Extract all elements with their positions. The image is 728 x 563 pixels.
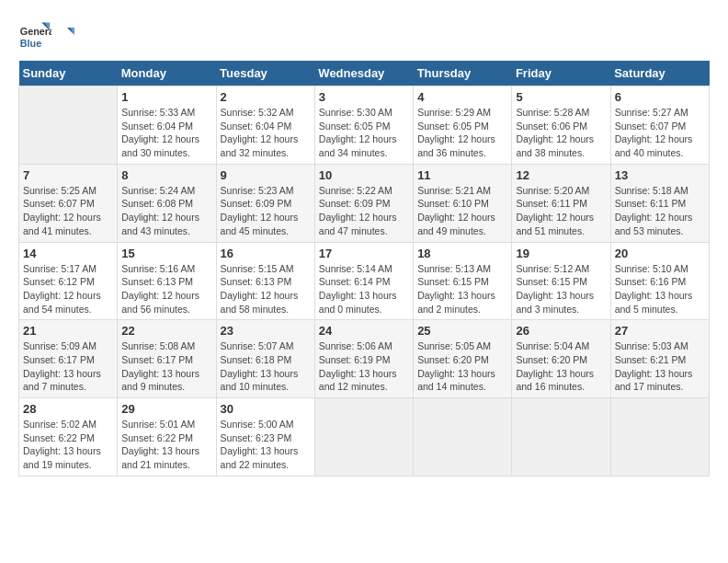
week-row-1: 7Sunrise: 5:25 AMSunset: 6:07 PMDaylight… <box>19 164 710 242</box>
day-number: 25 <box>417 324 507 338</box>
weekday-header-tuesday: Tuesday <box>216 61 314 86</box>
day-cell: 25Sunrise: 5:05 AMSunset: 6:20 PMDayligh… <box>414 320 512 398</box>
day-cell: 18Sunrise: 5:13 AMSunset: 6:15 PMDayligh… <box>414 242 512 320</box>
day-info: Sunrise: 5:08 AMSunset: 6:17 PMDaylight:… <box>121 339 211 394</box>
day-number: 8 <box>121 168 211 182</box>
day-info: Sunrise: 5:13 AMSunset: 6:15 PMDaylight:… <box>417 262 507 316</box>
day-info: Sunrise: 5:20 AMSunset: 6:11 PMDaylight:… <box>516 184 606 238</box>
weekday-header-friday: Friday <box>512 61 610 86</box>
day-info: Sunrise: 5:10 AMSunset: 6:16 PMDaylight:… <box>615 262 705 316</box>
day-info: Sunrise: 5:18 AMSunset: 6:11 PMDaylight:… <box>615 184 705 238</box>
day-number: 11 <box>417 168 507 182</box>
weekday-header-sunday: Sunday <box>19 61 118 86</box>
day-cell <box>610 398 709 477</box>
calendar-table: SundayMondayTuesdayWednesdayThursdayFrid… <box>18 61 710 477</box>
day-info: Sunrise: 5:05 AMSunset: 6:20 PMDaylight:… <box>417 339 507 394</box>
day-info: Sunrise: 5:25 AMSunset: 6:07 PMDaylight:… <box>23 184 113 238</box>
day-info: Sunrise: 5:12 AMSunset: 6:15 PMDaylight:… <box>516 262 606 316</box>
day-info: Sunrise: 5:30 AMSunset: 6:05 PMDaylight:… <box>319 106 409 160</box>
day-number: 12 <box>516 168 606 182</box>
day-cell: 24Sunrise: 5:06 AMSunset: 6:19 PMDayligh… <box>314 320 413 398</box>
day-info: Sunrise: 5:00 AMSunset: 6:23 PMDaylight:… <box>221 418 311 472</box>
weekday-header-row: SundayMondayTuesdayWednesdayThursdayFrid… <box>19 61 710 86</box>
day-cell: 2Sunrise: 5:32 AMSunset: 6:04 PMDaylight… <box>216 86 314 165</box>
day-info: Sunrise: 5:27 AMSunset: 6:07 PMDaylight:… <box>615 106 705 160</box>
day-number: 28 <box>23 402 113 416</box>
day-cell: 26Sunrise: 5:04 AMSunset: 6:20 PMDayligh… <box>512 320 610 398</box>
day-info: Sunrise: 5:22 AMSunset: 6:09 PMDaylight:… <box>319 184 409 238</box>
day-info: Sunrise: 5:32 AMSunset: 6:04 PMDaylight:… <box>221 106 311 160</box>
day-number: 14 <box>23 247 113 260</box>
day-cell: 21Sunrise: 5:09 AMSunset: 6:17 PMDayligh… <box>19 320 118 398</box>
day-number: 1 <box>121 90 211 104</box>
day-cell: 5Sunrise: 5:28 AMSunset: 6:06 PMDaylight… <box>512 86 610 165</box>
week-row-2: 14Sunrise: 5:17 AMSunset: 6:12 PMDayligh… <box>19 242 710 320</box>
day-info: Sunrise: 5:01 AMSunset: 6:22 PMDaylight:… <box>121 418 211 472</box>
day-number: 22 <box>121 324 211 338</box>
page-header: General Blue <box>18 18 710 52</box>
day-info: Sunrise: 5:07 AMSunset: 6:18 PMDaylight:… <box>221 339 311 394</box>
day-cell: 12Sunrise: 5:20 AMSunset: 6:11 PMDayligh… <box>512 164 610 242</box>
day-cell: 6Sunrise: 5:27 AMSunset: 6:07 PMDaylight… <box>610 86 709 165</box>
day-number: 9 <box>221 168 311 182</box>
day-number: 30 <box>221 402 311 416</box>
day-number: 7 <box>23 168 113 182</box>
day-number: 10 <box>319 168 409 182</box>
day-cell: 28Sunrise: 5:02 AMSunset: 6:22 PMDayligh… <box>19 398 118 477</box>
day-number: 19 <box>516 247 606 260</box>
day-cell: 13Sunrise: 5:18 AMSunset: 6:11 PMDayligh… <box>610 164 709 242</box>
day-cell: 1Sunrise: 5:33 AMSunset: 6:04 PMDaylight… <box>118 86 216 165</box>
day-cell: 10Sunrise: 5:22 AMSunset: 6:09 PMDayligh… <box>314 164 413 242</box>
day-info: Sunrise: 5:15 AMSunset: 6:13 PMDaylight:… <box>221 262 311 316</box>
day-cell: 17Sunrise: 5:14 AMSunset: 6:14 PMDayligh… <box>314 242 413 320</box>
day-info: Sunrise: 5:33 AMSunset: 6:04 PMDaylight:… <box>121 106 211 160</box>
day-cell: 30Sunrise: 5:00 AMSunset: 6:23 PMDayligh… <box>216 398 314 477</box>
day-cell: 14Sunrise: 5:17 AMSunset: 6:12 PMDayligh… <box>19 242 118 320</box>
day-cell: 20Sunrise: 5:10 AMSunset: 6:16 PMDayligh… <box>610 242 709 320</box>
day-number: 17 <box>319 247 409 260</box>
day-number: 29 <box>121 402 211 416</box>
day-number: 4 <box>417 90 507 104</box>
day-cell: 15Sunrise: 5:16 AMSunset: 6:13 PMDayligh… <box>118 242 216 320</box>
day-info: Sunrise: 5:16 AMSunset: 6:13 PMDaylight:… <box>121 262 211 316</box>
day-info: Sunrise: 5:09 AMSunset: 6:17 PMDaylight:… <box>23 339 113 394</box>
weekday-header-thursday: Thursday <box>414 61 512 86</box>
day-cell: 8Sunrise: 5:24 AMSunset: 6:08 PMDaylight… <box>118 164 216 242</box>
logo: General Blue <box>18 18 77 52</box>
day-cell <box>414 398 512 477</box>
day-number: 16 <box>221 247 311 260</box>
day-info: Sunrise: 5:03 AMSunset: 6:21 PMDaylight:… <box>615 339 705 394</box>
day-cell: 7Sunrise: 5:25 AMSunset: 6:07 PMDaylight… <box>19 164 118 242</box>
day-cell: 27Sunrise: 5:03 AMSunset: 6:21 PMDayligh… <box>610 320 709 398</box>
weekday-header-monday: Monday <box>118 61 216 86</box>
day-cell: 19Sunrise: 5:12 AMSunset: 6:15 PMDayligh… <box>512 242 610 320</box>
day-number: 18 <box>417 247 507 260</box>
day-number: 24 <box>319 324 409 338</box>
day-cell: 3Sunrise: 5:30 AMSunset: 6:05 PMDaylight… <box>314 86 413 165</box>
day-cell: 9Sunrise: 5:23 AMSunset: 6:09 PMDaylight… <box>216 164 314 242</box>
day-cell: 29Sunrise: 5:01 AMSunset: 6:22 PMDayligh… <box>118 398 216 477</box>
day-number: 21 <box>23 324 113 338</box>
day-number: 26 <box>516 324 606 338</box>
day-number: 23 <box>221 324 311 338</box>
day-number: 2 <box>221 90 311 104</box>
day-info: Sunrise: 5:04 AMSunset: 6:20 PMDaylight:… <box>516 339 606 394</box>
day-number: 5 <box>516 90 606 104</box>
day-info: Sunrise: 5:14 AMSunset: 6:14 PMDaylight:… <box>319 262 409 316</box>
week-row-4: 28Sunrise: 5:02 AMSunset: 6:22 PMDayligh… <box>19 398 710 477</box>
day-number: 6 <box>615 90 705 104</box>
day-cell: 11Sunrise: 5:21 AMSunset: 6:10 PMDayligh… <box>414 164 512 242</box>
day-cell: 23Sunrise: 5:07 AMSunset: 6:18 PMDayligh… <box>216 320 314 398</box>
weekday-header-wednesday: Wednesday <box>314 61 413 86</box>
week-row-0: 1Sunrise: 5:33 AMSunset: 6:04 PMDaylight… <box>19 86 710 165</box>
day-info: Sunrise: 5:21 AMSunset: 6:10 PMDaylight:… <box>417 184 507 238</box>
day-number: 15 <box>121 247 211 260</box>
day-cell: 22Sunrise: 5:08 AMSunset: 6:17 PMDayligh… <box>118 320 216 398</box>
svg-text:Blue: Blue <box>20 38 41 49</box>
day-info: Sunrise: 5:06 AMSunset: 6:19 PMDaylight:… <box>319 339 409 394</box>
day-cell <box>314 398 413 477</box>
day-cell <box>19 86 118 165</box>
day-info: Sunrise: 5:29 AMSunset: 6:05 PMDaylight:… <box>417 106 507 160</box>
weekday-header-saturday: Saturday <box>610 61 709 86</box>
day-number: 3 <box>319 90 409 104</box>
